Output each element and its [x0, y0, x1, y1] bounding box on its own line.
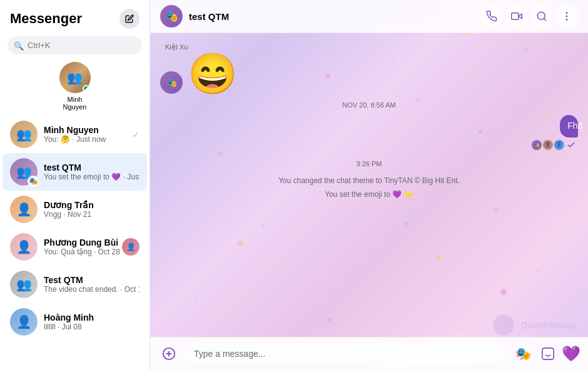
- conv-preview: lilllll · Jul 08: [44, 322, 139, 331]
- search-input[interactable]: [8, 36, 142, 54]
- read-receipts: 🎭 👤 👤: [532, 140, 564, 150]
- read-receipt-avatar: 🎭: [532, 140, 542, 150]
- add-attachment-button[interactable]: [158, 342, 180, 365]
- video-call-button[interactable]: [505, 5, 528, 28]
- voice-call-button[interactable]: [480, 5, 503, 28]
- sidebar: Messenger 🔍 👥 MinhNguyen 👥 Minh Nguyen Y…: [0, 0, 150, 370]
- system-message: You set the emoji to 💜 ⭐: [160, 190, 578, 199]
- chat-input-bar: 🎭 💜: [150, 337, 588, 370]
- message-row: 🎭 😄: [160, 54, 578, 94]
- online-indicator: [83, 85, 90, 92]
- chat-header-actions: [480, 5, 578, 28]
- svg-line-3: [544, 18, 545, 20]
- read-receipt-avatar: 👤: [543, 140, 553, 150]
- conv-name: Phương Dung Bùi: [44, 238, 122, 248]
- more-options-button[interactable]: [555, 5, 578, 28]
- compose-button[interactable]: [119, 9, 139, 29]
- search-bar: 🔍: [0, 34, 150, 59]
- svg-point-5: [566, 16, 567, 17]
- right-avatar: 👤: [122, 238, 139, 256]
- conv-name: Test QTM: [44, 275, 139, 285]
- conv-name: Hoàng Minh: [44, 312, 139, 322]
- conv-meta: 👤: [122, 238, 139, 256]
- conv-avatar: 👥 🎭: [10, 158, 38, 186]
- chat-header-left: 🎭 test QTM: [160, 5, 229, 28]
- sidebar-title: Messenger: [10, 11, 82, 27]
- svg-rect-10: [542, 348, 554, 359]
- conv-name: test QTM: [44, 162, 139, 172]
- conv-info: Test QTM The video chat ended. · Oct 14: [44, 275, 139, 294]
- emoji-picker-button[interactable]: 🎭: [512, 342, 534, 365]
- message-bubble-outgoing: Fhd: [560, 115, 578, 138]
- conv-avatar: 👤: [10, 233, 38, 261]
- active-user-avatar[interactable]: 👥: [59, 62, 91, 93]
- system-message: You changed the chat theme to TinyTAN © …: [160, 176, 578, 185]
- message-input[interactable]: [185, 344, 507, 364]
- conv-preview: You: 🤔 · Just now: [44, 135, 133, 144]
- message-bubble: 😄: [188, 54, 238, 94]
- conv-preview: The video chat ended. · Oct 14: [44, 285, 139, 294]
- conv-preview: You set the emoji to 💜 · Just now: [44, 172, 139, 181]
- read-receipt-avatar: 👤: [554, 140, 564, 150]
- conversation-item-hoang-minh[interactable]: 👤 Hoàng Minh lilllll · Jul 08: [3, 303, 147, 341]
- sidebar-header: Messenger: [0, 0, 150, 34]
- conversation-item-duong-tran[interactable]: 👤 Dương Trần Vngg · Nov 21: [3, 191, 147, 228]
- svg-rect-1: [512, 13, 519, 20]
- conv-name: Dương Trần: [44, 200, 139, 210]
- timestamp: NOV 20, 8:56 AM: [342, 101, 396, 109]
- conv-info: Dương Trần Vngg · Nov 21: [44, 200, 139, 219]
- svg-point-4: [566, 12, 567, 14]
- svg-point-6: [566, 19, 567, 21]
- main-chat: ✦ ★ ✦ ✦ ★ ✦ ★ ✦ ★ ✦ ★ ✦ ✦ ★ ✦ ✦ ★ ✦ 🎭 te…: [150, 0, 588, 370]
- timestamp-row: NOV 20, 8:56 AM: [160, 101, 578, 109]
- message-check-icon: [567, 141, 575, 149]
- timestamp-row: 3:26 PM: [160, 160, 578, 168]
- search-icon: 🔍: [14, 41, 24, 50]
- conv-info: Hoàng Minh lilllll · Jul 08: [44, 312, 139, 331]
- message-row-outgoing: Fhd: [548, 115, 578, 138]
- conv-preview: You: Quà tặng · Oct 28: [44, 248, 122, 256]
- conv-name: Minh Nguyen: [44, 125, 133, 135]
- sticker-button[interactable]: [537, 342, 559, 365]
- conversation-list: 👥 Minh Nguyen You: 🤔 · Just now ✓ 👥 🎭 te…: [0, 116, 150, 370]
- chat-name: test QTM: [189, 11, 229, 22]
- conv-avatar: 👤: [10, 196, 38, 223]
- active-user-section: 👥 MinhNguyen: [0, 59, 150, 116]
- conv-avatar: 👥: [10, 121, 38, 148]
- conversation-item-minh-nguyen[interactable]: 👥 Minh Nguyen You: 🤔 · Just now ✓: [3, 116, 147, 153]
- msg-sender-avatar: 🎭: [160, 71, 183, 94]
- sender-name: Kiệt Xu: [160, 43, 578, 51]
- conv-info: Phương Dung Bùi You: Quà tặng · Oct 28: [44, 238, 122, 256]
- svg-marker-0: [519, 14, 522, 19]
- check-icon: ✓: [133, 130, 139, 139]
- conv-info: Minh Nguyen You: 🤔 · Just now: [44, 125, 133, 144]
- conversation-item-phuong-dung-bui[interactable]: 👤 Phương Dung Bùi You: Quà tặng · Oct 28…: [3, 228, 147, 266]
- conv-avatar: 👤: [10, 308, 38, 336]
- chat-messages: Kiệt Xu 🎭 😄 NOV 20, 8:56 AM Fhd 🎭 👤 👤: [150, 33, 588, 337]
- search-chat-button[interactable]: [530, 5, 553, 28]
- conv-info: test QTM You set the emoji to 💜 · Just n…: [44, 162, 139, 181]
- chat-header: 🎭 test QTM: [150, 0, 588, 33]
- conv-preview: Vngg · Nov 21: [44, 210, 139, 219]
- input-right-actions: 🎭 💜: [512, 342, 580, 365]
- conv-avatar: 👥: [10, 271, 38, 298]
- timestamp: 3:26 PM: [357, 160, 382, 168]
- chat-header-avatar[interactable]: 🎭: [160, 5, 183, 28]
- conv-meta: ✓: [133, 130, 139, 139]
- heart-reaction-button[interactable]: 💜: [562, 345, 580, 362]
- conversation-item-test-qtm-2[interactable]: 👥 Test QTM The video chat ended. · Oct 1…: [3, 266, 147, 303]
- active-user-name: MinhNguyen: [63, 96, 87, 111]
- conversation-item-test-qtm[interactable]: 👥 🎭 test QTM You set the emoji to 💜 · Ju…: [3, 153, 147, 191]
